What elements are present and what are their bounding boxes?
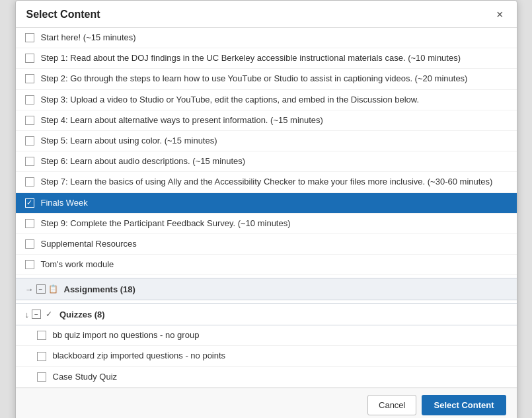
quiz-items-list: bb quiz import no questions - no groupbl… bbox=[16, 325, 517, 388]
item-text: Step 4: Learn about alternative ways to … bbox=[41, 114, 323, 126]
dialog-header: Select Content × bbox=[16, 1, 517, 28]
item-checkbox[interactable] bbox=[25, 33, 34, 42]
list-item[interactable]: bb quiz import no questions - no group bbox=[16, 325, 517, 346]
item-text: Step 5: Learn about using color. (~15 mi… bbox=[41, 135, 217, 147]
quizzes-label: Quizzes (8) bbox=[59, 310, 105, 319]
item-text: Step 2: Go through the steps to learn ho… bbox=[41, 73, 468, 85]
item-checkbox[interactable] bbox=[25, 116, 34, 125]
list-item[interactable]: Step 5: Learn about using color. (~15 mi… bbox=[16, 131, 517, 151]
cancel-button[interactable]: Cancel bbox=[367, 395, 416, 415]
item-checkbox[interactable] bbox=[25, 54, 34, 63]
list-item[interactable]: Step 9: Complete the Participant Feedbac… bbox=[16, 214, 517, 234]
list-item[interactable]: Step 7: Learn the basics of using Ally a… bbox=[16, 172, 517, 192]
item-checkbox[interactable] bbox=[25, 136, 34, 146]
assignments-page-icon: 📋 bbox=[48, 284, 59, 294]
item-text: Step 6: Learn about audio descriptions. … bbox=[41, 155, 246, 167]
item-text: Tom's work module bbox=[41, 259, 114, 271]
item-text: Step 3: Upload a video to Studio or YouT… bbox=[41, 94, 420, 106]
list-item[interactable]: Supplemental Resources bbox=[16, 234, 517, 255]
item-checkbox[interactable] bbox=[25, 239, 34, 249]
list-item[interactable]: Tom's work module bbox=[16, 255, 517, 275]
item-checkbox[interactable] bbox=[37, 331, 46, 340]
content-list: Start here! (~15 minutes)Step 1: Read ab… bbox=[16, 28, 517, 275]
item-checkbox[interactable] bbox=[25, 177, 34, 187]
select-content-button[interactable]: Select Content bbox=[422, 395, 506, 415]
item-text: Finals Week bbox=[41, 197, 88, 209]
dialog-body: Start here! (~15 minutes)Step 1: Read ab… bbox=[16, 28, 517, 388]
item-checkbox[interactable] bbox=[25, 74, 34, 83]
item-text: Step 7: Learn the basics of using Ally a… bbox=[41, 176, 493, 188]
list-item[interactable]: blackboard zip imported questions - no p… bbox=[16, 346, 517, 366]
assignments-collapse-icon[interactable]: − bbox=[36, 284, 46, 294]
list-item[interactable]: Step 2: Go through the steps to learn ho… bbox=[16, 69, 517, 89]
assignments-label: Assignments (18) bbox=[64, 284, 135, 294]
quizzes-section-header[interactable]: ↓ − ✓ Quizzes (8) bbox=[16, 303, 517, 325]
list-item[interactable]: Step 3: Upload a video to Studio or YouT… bbox=[16, 90, 517, 110]
item-text: Supplemental Resources bbox=[41, 238, 137, 250]
item-text: blackboard zip imported questions - no p… bbox=[53, 350, 226, 362]
item-checkbox[interactable] bbox=[25, 260, 34, 269]
quizzes-collapse-icon[interactable]: − bbox=[32, 310, 41, 319]
list-item[interactable]: Step 4: Learn about alternative ways to … bbox=[16, 110, 517, 131]
quizzes-page-icon: ✓ bbox=[44, 309, 54, 319]
list-item[interactable]: Step 1: Read about the DOJ findings in t… bbox=[16, 48, 517, 69]
item-text: Case Study Quiz bbox=[53, 371, 118, 383]
dialog-footer: Cancel Select Content bbox=[16, 388, 517, 418]
item-checkbox[interactable] bbox=[37, 372, 46, 382]
list-item[interactable]: Step 6: Learn about audio descriptions. … bbox=[16, 151, 517, 172]
item-text: Step 9: Complete the Participant Feedbac… bbox=[41, 218, 291, 230]
item-text: Start here! (~15 minutes) bbox=[41, 32, 136, 44]
list-item[interactable]: Case Study Quiz bbox=[16, 367, 517, 388]
assignments-arrow-icon: → bbox=[25, 284, 34, 294]
item-checkbox[interactable] bbox=[25, 219, 34, 228]
item-checkbox[interactable] bbox=[25, 157, 34, 166]
assignments-section-header[interactable]: → − 📋 Assignments (18) bbox=[16, 278, 517, 300]
item-text: Step 1: Read about the DOJ findings in t… bbox=[41, 52, 461, 64]
item-checkbox[interactable] bbox=[37, 352, 46, 361]
item-checkbox[interactable]: ✓ bbox=[25, 198, 34, 208]
list-item[interactable]: ✓Finals Week bbox=[16, 193, 517, 214]
quizzes-section: ↓ − ✓ Quizzes (8) bb quiz import no ques… bbox=[16, 303, 517, 388]
item-text: bb quiz import no questions - no group bbox=[53, 329, 200, 341]
item-checkbox[interactable] bbox=[25, 95, 34, 104]
dialog-title: Select Content bbox=[26, 9, 100, 21]
select-content-dialog: Select Content × Start here! (~15 minute… bbox=[15, 0, 517, 418]
quizzes-down-arrow-icon: ↓ bbox=[25, 310, 30, 319]
close-button[interactable]: × bbox=[494, 9, 506, 21]
list-item[interactable]: Start here! (~15 minutes) bbox=[16, 28, 517, 48]
